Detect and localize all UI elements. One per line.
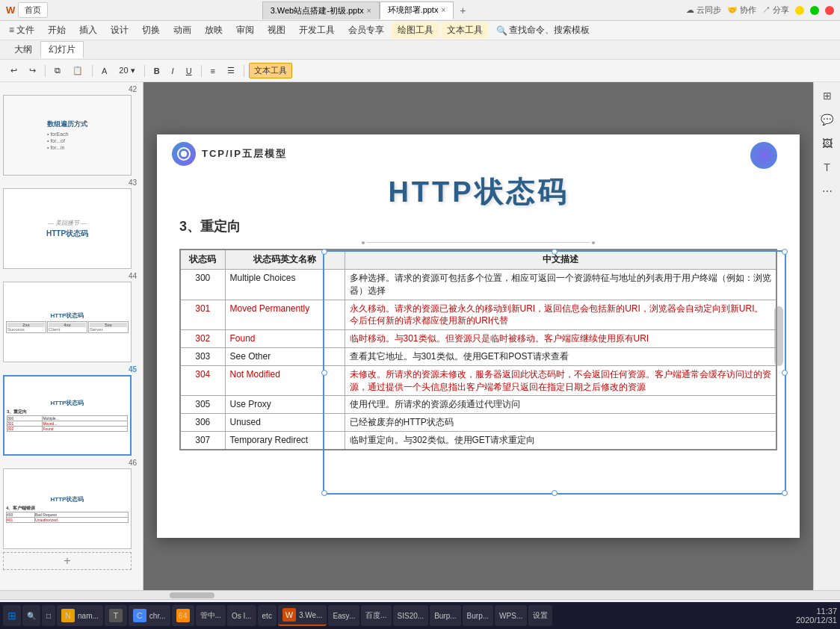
right-btn-1[interactable]: ⊞ <box>817 85 838 106</box>
menu-search[interactable]: 🔍 查找命令、搜索模板 <box>490 22 596 38</box>
outline-tab[interactable]: 大纲 <box>6 41 40 58</box>
slide-img-42[interactable]: 数组遍历方式 • forEach• for...of• for...in <box>3 95 132 176</box>
menu-slideshow[interactable]: 放映 <box>199 22 229 38</box>
table-row-306: 306 Unused 已经被废弃的HTTP状态码 <box>180 414 776 432</box>
align-center-btn[interactable]: ☰ <box>223 64 239 77</box>
copy-btn[interactable]: ⧉ <box>50 64 65 77</box>
right-btn-2[interactable]: 💬 <box>817 109 838 130</box>
name-302: Found <box>225 330 345 348</box>
menu-draw[interactable]: 绘图工具 <box>392 22 439 38</box>
taskbar-wps[interactable]: W 3.We... <box>278 605 327 626</box>
menu-design[interactable]: 设计 <box>105 22 135 38</box>
share-btn[interactable]: ↗ 分享 <box>762 4 789 16</box>
taskbar-baidu[interactable]: 百度... <box>361 605 391 626</box>
slide-img-43[interactable]: — 美回播节 — HTTP状态码 <box>3 188 132 269</box>
taskbar-burp1-label: Burp... <box>434 612 456 620</box>
slide-container[interactable]: TCP/IP五层模型 HTTP状态码 3、重定向 状态码 状态码英文名称 <box>157 134 800 538</box>
taskbar-sis[interactable]: SIS20... <box>393 605 429 626</box>
home-tab[interactable]: 首页 <box>18 2 48 18</box>
menu-start[interactable]: 开始 <box>42 22 72 38</box>
tab-1-close[interactable]: × <box>367 7 371 15</box>
handle-tr[interactable] <box>782 249 788 255</box>
taskbar-guanli[interactable]: 管中... <box>196 605 226 626</box>
menu-member[interactable]: 会员专享 <box>342 22 390 38</box>
slide-thumb-46[interactable]: 46 HTTP状态码 4、客户端错误 400Bad Request 401Una… <box>3 459 140 549</box>
cloud-sync[interactable]: ☁ 云同步 <box>686 4 721 16</box>
name-304: Not Modified <box>225 365 345 396</box>
slide-tab[interactable]: 幻灯片 <box>40 41 84 58</box>
taskbar-burp1[interactable]: Burp... <box>430 605 460 626</box>
menu-text[interactable]: 文本工具 <box>441 22 489 38</box>
code-303: 303 <box>180 347 225 365</box>
taskbar-t[interactable]: T <box>105 605 127 626</box>
name-307: Temporary Redirect <box>225 431 345 449</box>
align-left-btn[interactable]: ≡ <box>206 65 220 77</box>
menu-transition[interactable]: 切换 <box>136 22 166 38</box>
slide-num-45: 45 <box>3 365 140 374</box>
start-btn[interactable]: ⊞ <box>3 605 21 626</box>
right-btn-4[interactable]: T <box>817 157 838 178</box>
taskbar-easy[interactable]: Easy... <box>328 605 359 626</box>
pres-scroll[interactable] <box>774 306 783 366</box>
taskbar-os-label: Os I... <box>232 612 252 620</box>
redo-btn[interactable]: ↪ <box>25 64 40 77</box>
handle-bl[interactable] <box>321 490 327 496</box>
add-slide-btn[interactable]: + <box>3 552 132 570</box>
collab-btn[interactable]: 🤝 协作 <box>727 4 756 16</box>
fontsize-btn[interactable]: 20 ▾ <box>114 64 139 77</box>
tab-2[interactable]: 环境部署.pptx × <box>380 1 454 19</box>
taskbar-settings[interactable]: 设置 <box>528 605 552 626</box>
right-btn-5[interactable]: ⋯ <box>817 181 838 202</box>
minimize-btn[interactable] <box>795 6 804 15</box>
tab-2-close[interactable]: × <box>441 6 445 14</box>
menu-animation[interactable]: 动画 <box>167 22 197 38</box>
slide-thumb-43[interactable]: 43 — 美回播节 — HTTP状态码 <box>3 179 140 269</box>
taskbar-sis-label: SIS20... <box>398 612 424 620</box>
slide-thumb-44[interactable]: 44 HTTP状态码 2xxSuccess 4xxClient 5xxServe… <box>3 272 140 362</box>
taskbar-burp2[interactable]: Burp... <box>463 605 493 626</box>
taskbar-search-icon: 🔍 <box>27 612 36 620</box>
h-scroll-bar[interactable] <box>0 590 840 599</box>
h-scroll-thumb[interactable] <box>170 592 214 598</box>
handle-br[interactable] <box>782 490 788 496</box>
tab-1[interactable]: 3.Web站点搭建-初级.pptx × <box>262 1 380 19</box>
menu-file[interactable]: ≡ 文件 <box>3 22 40 38</box>
taskbar-wps2[interactable]: WPS... <box>495 605 527 626</box>
close-btn[interactable] <box>825 6 834 15</box>
menu-dev[interactable]: 开发工具 <box>293 22 341 38</box>
title-bar-left: W 首页 <box>6 2 48 18</box>
underline-btn[interactable]: U <box>182 65 197 77</box>
paste-btn[interactable]: 📋 <box>68 64 87 77</box>
italic-btn[interactable]: I <box>167 65 179 77</box>
slide-img-45[interactable]: HTTP状态码 3、重定向 300Multiple... 301Moved...… <box>3 375 132 456</box>
bold-btn[interactable]: B <box>149 65 164 77</box>
slide-img-44[interactable]: HTTP状态码 2xxSuccess 4xxClient 5xxServer <box>3 282 132 362</box>
taskbar-chrome[interactable]: C chr... <box>129 605 170 626</box>
windows-icon: ⊞ <box>7 610 16 622</box>
font-btn[interactable]: A <box>97 65 111 77</box>
handle-bm[interactable] <box>552 490 558 496</box>
taskbar-nam[interactable]: N nam... <box>57 605 103 626</box>
undo-btn[interactable]: ↩ <box>6 64 22 77</box>
menu-insert[interactable]: 插入 <box>73 22 103 38</box>
table-row-300: 300 Multiple Choices 多种选择。请求的资源可包括多个位置，相… <box>180 270 776 300</box>
slide-img-46[interactable]: HTTP状态码 4、客户端错误 400Bad Request 401Unauth… <box>3 468 132 549</box>
task-view-btn[interactable]: □ <box>42 605 55 626</box>
taskbar-64[interactable]: 64 <box>172 605 194 626</box>
slide-num-46: 46 <box>3 459 140 467</box>
title-bar: W 首页 3.Web站点搭建-初级.pptx × 环境部署.pptx × + ☁… <box>0 0 840 21</box>
slide-thumb-42[interactable]: 42 数组遍历方式 • forEach• for...of• for...in <box>3 85 140 176</box>
new-tab-btn[interactable]: + <box>454 4 472 16</box>
handle-mr[interactable] <box>782 370 788 376</box>
taskbar-etc[interactable]: etc <box>258 605 277 626</box>
menu-review[interactable]: 审阅 <box>230 22 260 38</box>
maximize-btn[interactable] <box>810 6 819 15</box>
slide-thumb-45[interactable]: 45 HTTP状态码 3、重定向 300Multiple... 301Moved… <box>3 365 140 456</box>
right-btn-3[interactable]: 🖼 <box>817 133 838 154</box>
menu-view[interactable]: 视图 <box>262 22 291 38</box>
code-301: 301 <box>180 300 225 330</box>
taskbar-os[interactable]: Os I... <box>227 605 256 626</box>
text-tool-btn[interactable]: 文本工具 <box>249 63 292 78</box>
taskbar: ⊞ 🔍 □ N nam... T C chr... 64 管中... Os I.… <box>0 602 840 629</box>
search-btn[interactable]: 🔍 <box>22 605 40 626</box>
